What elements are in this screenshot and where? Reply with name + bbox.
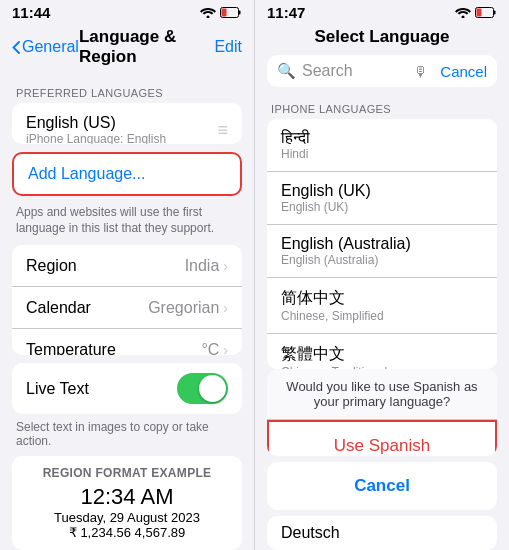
action-sheet: Would you like to use Spanish as your pr…: [267, 369, 497, 456]
region-date: Tuesday, 29 August 2023: [26, 510, 228, 525]
region-item[interactable]: Region India ›: [12, 245, 242, 287]
back-button[interactable]: General: [12, 38, 79, 56]
add-language-button[interactable]: Add Language...: [12, 152, 242, 196]
temperature-item[interactable]: Temperature °C ›: [12, 329, 242, 355]
live-text-section: Live Text: [12, 363, 242, 414]
battery-icon: [220, 7, 242, 18]
region-format-example: Region Format Example 12:34 AM Tuesday, …: [12, 456, 242, 550]
right-panel: 11:47 Select Language 🔍 Search 🎙 Cancel …: [254, 0, 509, 550]
settings-list: Region India › Calendar Gregorian › Temp…: [12, 245, 242, 355]
action-cancel-button[interactable]: Cancel: [267, 462, 497, 510]
toggle-thumb: [199, 375, 226, 402]
time-left: 11:44: [12, 4, 50, 21]
svg-point-4: [462, 16, 465, 19]
chevron-right-icon: ›: [223, 342, 228, 355]
live-text-helper: Select text in images to copy or take ac…: [0, 418, 254, 456]
svg-point-0: [207, 16, 210, 19]
search-cancel-button[interactable]: Cancel: [440, 63, 487, 80]
svg-rect-2: [239, 11, 241, 15]
chevron-left-icon: [12, 41, 20, 54]
use-spanish-button[interactable]: Use Spanish: [269, 422, 495, 456]
language-select-list: हिन्दी Hindi English (UK) English (UK) E…: [267, 119, 497, 369]
language-helper-text: Apps and websites will use the first lan…: [0, 200, 254, 246]
action-sheet-buttons: Use Spanish Use English (US): [267, 420, 497, 456]
lang-item-chinese-simplified[interactable]: 简体中文 Chinese, Simplified: [267, 278, 497, 334]
region-example-title: Region Format Example: [26, 466, 228, 480]
wifi-icon: [455, 7, 471, 18]
search-icon: 🔍: [277, 62, 296, 80]
chevron-right-icon: ›: [223, 300, 228, 316]
search-bar[interactable]: 🔍 Search 🎙 Cancel: [267, 55, 497, 87]
mic-icon[interactable]: 🎙: [413, 63, 428, 80]
nav-bar-left: General Language & Region Edit: [0, 23, 254, 75]
svg-rect-3: [222, 9, 227, 17]
edit-button[interactable]: Edit: [214, 38, 242, 56]
lang-item-chinese-traditional[interactable]: 繁體中文 Chinese, Traditional: [267, 334, 497, 369]
list-item[interactable]: English (US) iPhone Language: English ≡: [12, 103, 242, 144]
svg-rect-7: [477, 9, 482, 17]
preferred-languages-label: PREFERRED LANGUAGES: [0, 75, 254, 103]
left-panel: 11:44 General Language & Region Edit PRE…: [0, 0, 254, 550]
select-language-title: Select Language: [255, 23, 509, 55]
action-sheet-message: Would you like to use Spanish as your pr…: [267, 369, 497, 420]
page-title-left: Language & Region: [79, 27, 215, 67]
svg-rect-6: [494, 11, 496, 15]
region-time: 12:34 AM: [26, 484, 228, 510]
lang-item-english-uk[interactable]: English (UK) English (UK): [267, 172, 497, 225]
drag-handle[interactable]: ≡: [217, 120, 228, 141]
lang-item-english-au[interactable]: English (Australia) English (Australia): [267, 225, 497, 278]
iphone-languages-label: IPHONE LANGUAGES: [255, 99, 509, 119]
status-icons-left: [200, 7, 242, 18]
chevron-right-icon: ›: [223, 258, 228, 274]
battery-icon: [475, 7, 497, 18]
status-icons-right: [455, 7, 497, 18]
wifi-icon: [200, 7, 216, 18]
region-numbers: ₹ 1,234.56 4,567.89: [26, 525, 228, 540]
status-bar-left: 11:44: [0, 0, 254, 23]
search-input[interactable]: Search: [302, 62, 407, 80]
live-text-toggle[interactable]: [177, 373, 228, 404]
language-list: English (US) iPhone Language: English ≡ …: [12, 103, 242, 144]
time-right: 11:47: [267, 4, 305, 21]
live-text-label: Live Text: [26, 380, 89, 398]
partial-lang-item[interactable]: Deutsch: [267, 516, 497, 550]
calendar-item[interactable]: Calendar Gregorian ›: [12, 287, 242, 329]
status-bar-right: 11:47: [255, 0, 509, 23]
lang-item-hindi[interactable]: हिन्दी Hindi: [267, 119, 497, 172]
